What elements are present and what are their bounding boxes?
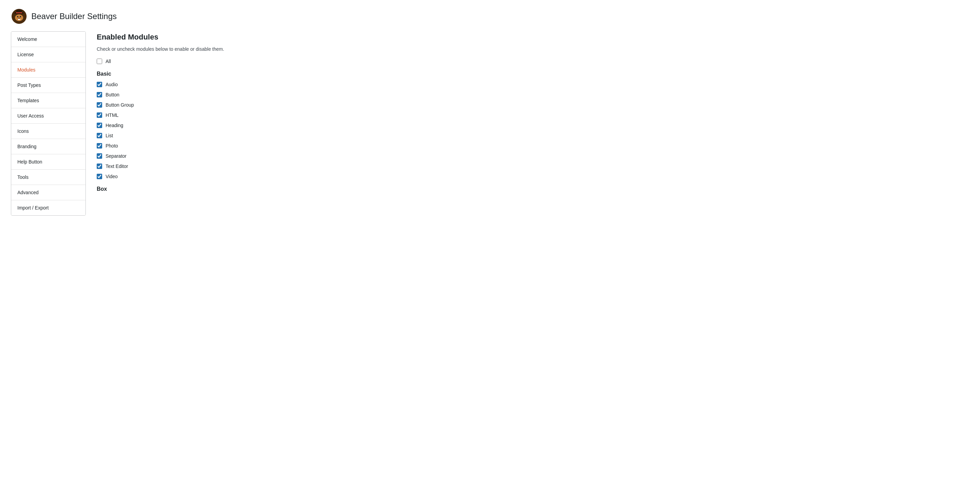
sidebar: WelcomeLicenseModulesPost TypesTemplates… [11,31,86,215]
page-title: Beaver Builder Settings [31,11,117,21]
module-checkbox-separator[interactable] [97,153,102,159]
module-label-html: HTML [105,112,118,118]
module-label-heading: Heading [105,123,123,128]
module-checkbox-list[interactable] [97,133,102,138]
svg-rect-9 [19,19,21,20]
all-checkbox-label: All [105,59,111,64]
module-row-list: List [97,133,969,138]
module-row-photo: Photo [97,143,969,148]
svg-rect-8 [18,19,19,20]
module-row-text-editor: Text Editor [97,164,969,169]
module-row-heading: Heading [97,123,969,128]
module-groups: BasicAudioButtonButton GroupHTMLHeadingL… [97,71,969,192]
module-row-button-group: Button Group [97,102,969,108]
sidebar-item-modules[interactable]: Modules [11,62,86,78]
all-checkbox[interactable] [97,59,102,64]
module-checkbox-video[interactable] [97,174,102,179]
module-checkbox-heading[interactable] [97,123,102,128]
module-checkbox-audio[interactable] [97,82,102,87]
sidebar-item-icons[interactable]: Icons [11,124,86,139]
beaver-logo [11,8,27,24]
module-label-audio: Audio [105,82,118,87]
sidebar-item-help-button[interactable]: Help Button [11,154,86,170]
module-label-list: List [105,133,113,138]
module-row-video: Video [97,174,969,179]
sidebar-item-license[interactable]: License [11,47,86,62]
sidebar-item-advanced[interactable]: Advanced [11,185,86,200]
svg-point-6 [20,16,21,18]
module-label-photo: Photo [105,143,118,148]
module-checkbox-button[interactable] [97,92,102,97]
module-label-text-editor: Text Editor [105,164,128,169]
module-checkbox-button-group[interactable] [97,102,102,108]
module-row-audio: Audio [97,82,969,87]
module-label-button: Button [105,92,119,97]
content-wrapper: WelcomeLicenseModulesPost TypesTemplates… [0,31,980,226]
sidebar-item-import-export[interactable]: Import / Export [11,200,86,215]
enabled-modules-title: Enabled Modules [97,33,969,41]
module-row-separator: Separator [97,153,969,159]
sidebar-item-user-access[interactable]: User Access [11,108,86,124]
sidebar-item-post-types[interactable]: Post Types [11,78,86,93]
sidebar-item-welcome[interactable]: Welcome [11,32,86,47]
group-title-basic: Basic [97,71,969,77]
module-label-separator: Separator [105,153,126,159]
sidebar-item-templates[interactable]: Templates [11,93,86,108]
section-description: Check or uncheck modules below to enable… [97,46,969,52]
main-content: Enabled Modules Check or uncheck modules… [97,31,969,215]
svg-point-5 [17,16,18,18]
module-row-button: Button [97,92,969,97]
module-label-button-group: Button Group [105,102,134,108]
module-checkbox-photo[interactable] [97,143,102,148]
all-checkbox-row: All [97,59,969,64]
module-checkbox-html[interactable] [97,112,102,118]
sidebar-item-tools[interactable]: Tools [11,170,86,185]
module-label-video: Video [105,174,118,179]
module-row-html: HTML [97,112,969,118]
group-title-box: Box [97,186,969,192]
module-checkbox-text-editor[interactable] [97,164,102,169]
svg-rect-3 [16,12,22,13]
sidebar-item-branding[interactable]: Branding [11,139,86,154]
page-header: Beaver Builder Settings [0,0,980,31]
